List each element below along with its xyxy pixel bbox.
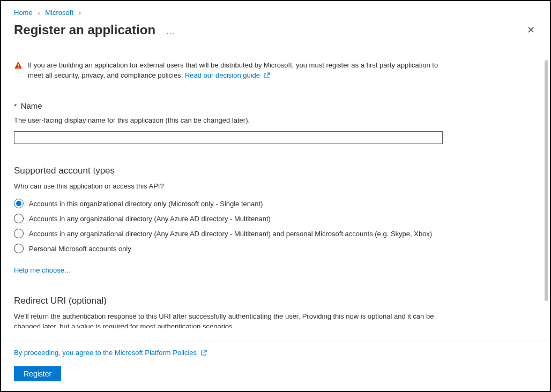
name-helper-text: The user-facing display name for this ap… [14,116,537,126]
radio-icon [14,229,24,238]
platform-policies-link[interactable]: By proceeding, you agree to the Microsof… [14,349,207,357]
svg-rect-0 [18,64,19,66]
radio-label: Personal Microsoft accounts only [29,245,131,253]
redirect-uri-heading: Redirect URI (optional) [14,296,537,306]
radio-icon [14,214,24,223]
warning-icon [14,61,23,70]
required-indicator: * [14,102,17,110]
name-section: * Name The user-facing display name for … [14,101,537,144]
radio-label: Accounts in any organizational directory… [29,230,432,238]
redirect-uri-helper: We'll return the authentication response… [14,312,453,328]
scrollbar[interactable] [545,60,548,301]
radio-icon [14,244,24,253]
more-actions-icon[interactable]: … [166,27,176,36]
account-types-radio-group: Accounts in this organizational director… [14,199,537,253]
form-scroll-area: If you are building an application for e… [1,44,550,328]
radio-label: Accounts in any organizational directory… [29,215,271,223]
external-link-icon [200,350,207,356]
external-link-icon [264,72,270,79]
radio-option-single-tenant[interactable]: Accounts in this organizational director… [14,199,537,208]
radio-label: Accounts in this organizational director… [29,200,263,208]
svg-rect-1 [18,67,19,68]
account-types-section: Supported account types Who can use this… [14,165,537,275]
register-button[interactable]: Register [14,366,61,381]
radio-option-personal-only[interactable]: Personal Microsoft accounts only [14,244,537,253]
info-banner: If you are building an application for e… [14,44,443,87]
name-input[interactable] [14,131,443,144]
help-me-choose-link[interactable]: Help me choose... [14,266,70,274]
close-icon[interactable]: ✕ [525,22,537,38]
breadcrumb-microsoft[interactable]: Microsoft [45,9,73,17]
name-label: Name [21,101,42,110]
radio-icon [14,199,24,208]
radio-option-multitenant-personal[interactable]: Accounts in any organizational directory… [14,229,537,238]
redirect-uri-section: Redirect URI (optional) We'll return the… [14,296,537,328]
chevron-right-icon: › [38,9,40,17]
decision-guide-link[interactable]: Read our decision guide [185,71,270,79]
account-types-helper: Who can use this application or access t… [14,182,537,192]
page-header: Register an application … ✕ [1,20,550,44]
breadcrumb: Home › Microsoft › [1,1,550,20]
radio-option-multitenant[interactable]: Accounts in any organizational directory… [14,214,537,223]
chevron-right-icon: › [79,9,81,17]
page-title: Register an application [14,22,155,37]
footer: By proceeding, you agree to the Microsof… [2,341,549,391]
breadcrumb-home[interactable]: Home [14,9,33,17]
account-types-heading: Supported account types [14,165,537,176]
